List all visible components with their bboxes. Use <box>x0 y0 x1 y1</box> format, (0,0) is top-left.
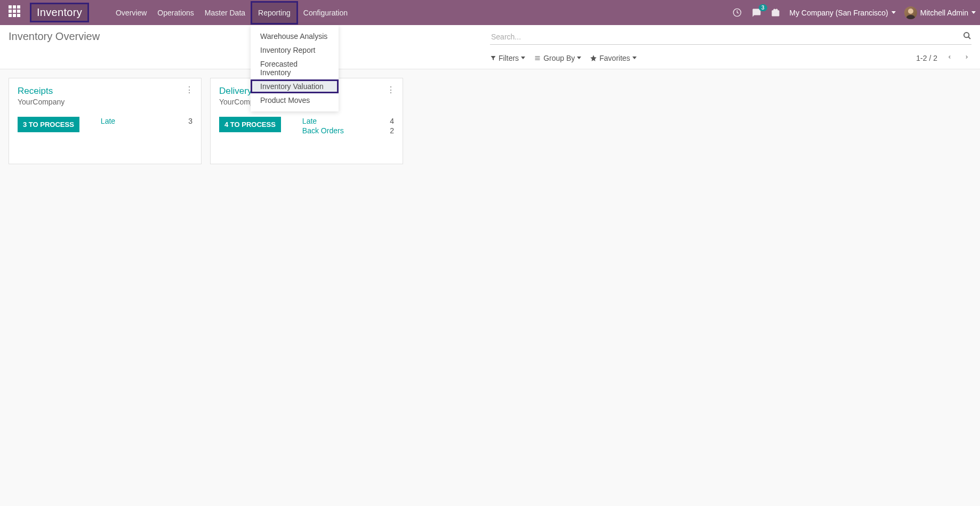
caret-down-icon <box>632 57 637 59</box>
messages-badge: 3 <box>759 4 767 11</box>
search-row <box>490 30 971 45</box>
stat-row: Late 4 <box>302 117 394 125</box>
company-switcher[interactable]: My Company (San Francisco) <box>790 9 896 17</box>
filters-button[interactable]: Filters <box>490 54 525 62</box>
stat-label-late[interactable]: Late <box>101 117 115 125</box>
user-name: Mitchell Admin <box>920 9 968 17</box>
navbar-right: 3 My Company (San Francisco) Mitchell Ad… <box>732 6 976 19</box>
filters-label: Filters <box>499 54 519 62</box>
search-icon[interactable] <box>963 31 971 42</box>
control-panel: Inventory Overview Filters <box>0 25 980 69</box>
process-button[interactable]: 4 TO PROCESS <box>219 117 281 132</box>
kanban-container: ⋮ Receipts YourCompany 3 TO PROCESS Late… <box>0 69 980 173</box>
dropdown-inventory-report[interactable]: Inventory Report <box>251 43 339 57</box>
brand[interactable]: Inventory <box>30 3 89 22</box>
pager-prev[interactable] <box>945 52 954 63</box>
card-menu-icon[interactable]: ⋮ <box>185 85 194 95</box>
card-stats: Late 4 Back Orders 2 <box>302 117 394 136</box>
reporting-dropdown: Warehouse Analysis Inventory Report Fore… <box>251 25 339 111</box>
card-title[interactable]: Receipts <box>18 86 192 97</box>
main-navbar: Inventory Overview Operations Master Dat… <box>0 0 980 25</box>
company-name: My Company (San Francisco) <box>790 9 888 17</box>
nav-operations[interactable]: Operations <box>152 1 199 25</box>
groupby-button[interactable]: Group By <box>534 54 581 62</box>
nav-items: Overview Operations Master Data Reportin… <box>110 1 353 25</box>
nav-configuration[interactable]: Configuration <box>298 1 353 25</box>
dropdown-warehouse-analysis[interactable]: Warehouse Analysis <box>251 29 339 43</box>
stat-count: 4 <box>390 117 394 125</box>
caret-down-icon <box>971 11 976 14</box>
funnel-icon <box>490 55 496 61</box>
user-menu[interactable]: Mitchell Admin <box>904 6 976 19</box>
pager-next[interactable] <box>962 52 971 63</box>
svg-line-2 <box>968 37 970 39</box>
groupby-label: Group By <box>543 54 575 62</box>
search-input[interactable] <box>490 30 963 43</box>
dropdown-product-moves[interactable]: Product Moves <box>251 93 339 107</box>
star-icon <box>590 54 597 62</box>
page-title: Inventory Overview <box>9 30 490 43</box>
pager-text: 1-2 / 2 <box>916 54 937 62</box>
avatar <box>904 6 917 19</box>
nav-master-data[interactable]: Master Data <box>199 1 251 25</box>
list-icon <box>534 55 541 61</box>
card-stats: Late 3 <box>101 117 192 132</box>
filter-row: Filters Group By Favorites <box>490 52 971 69</box>
svg-point-1 <box>964 33 969 37</box>
stat-count: 2 <box>390 126 394 135</box>
stat-label-backorders[interactable]: Back Orders <box>302 126 344 135</box>
dropdown-forecasted-inventory[interactable]: Forecasted Inventory <box>251 57 339 79</box>
nav-overview[interactable]: Overview <box>110 1 152 25</box>
gift-icon[interactable] <box>770 7 781 18</box>
caret-down-icon <box>891 11 896 14</box>
process-button[interactable]: 3 TO PROCESS <box>18 117 79 132</box>
kanban-card-receipts: ⋮ Receipts YourCompany 3 TO PROCESS Late… <box>9 78 202 164</box>
stat-label-late[interactable]: Late <box>302 117 317 125</box>
dropdown-inventory-valuation[interactable]: Inventory Valuation <box>251 79 339 93</box>
stat-row: Late 3 <box>101 117 192 125</box>
favorites-label: Favorites <box>599 54 630 62</box>
card-subtitle: YourCompany <box>18 98 192 106</box>
favorites-button[interactable]: Favorites <box>590 54 637 62</box>
stat-count: 3 <box>188 117 192 125</box>
caret-down-icon <box>521 57 525 59</box>
clock-icon[interactable] <box>732 7 743 18</box>
stat-row: Back Orders 2 <box>302 126 394 135</box>
nav-reporting[interactable]: Reporting <box>251 1 298 25</box>
messages-icon[interactable]: 3 <box>751 7 762 18</box>
card-menu-icon[interactable]: ⋮ <box>387 85 395 95</box>
caret-down-icon <box>577 57 581 59</box>
apps-icon[interactable] <box>9 5 23 20</box>
